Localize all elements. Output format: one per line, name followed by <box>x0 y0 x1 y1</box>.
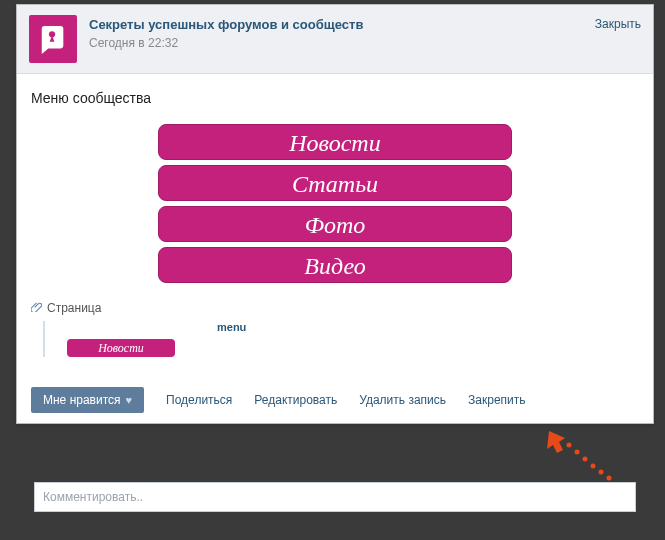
menu-item-video[interactable]: Видео <box>158 247 512 283</box>
post-actions: Мне нравится ♥ Поделиться Редактировать … <box>31 387 639 413</box>
comment-input[interactable] <box>34 482 636 512</box>
community-title[interactable]: Секреты успешных форумов и сообществ <box>89 15 595 32</box>
post-timestamp: Сегодня в 22:32 <box>89 36 595 50</box>
keyhole-icon <box>38 24 68 54</box>
share-link[interactable]: Поделиться <box>166 393 232 407</box>
svg-point-3 <box>591 464 596 469</box>
svg-point-2 <box>599 470 604 475</box>
svg-point-1 <box>607 476 612 481</box>
like-label: Мне нравится <box>43 393 121 407</box>
attachment-label: Страница <box>47 301 101 315</box>
close-button[interactable]: Закрыть <box>595 15 641 31</box>
modal-body: Меню сообщества Новости Статьи Фото Виде… <box>17 74 653 423</box>
edit-link[interactable]: Редактировать <box>254 393 337 407</box>
modal-header: Секреты успешных форумов и сообществ Сег… <box>17 5 653 74</box>
delete-link[interactable]: Удалить запись <box>359 393 446 407</box>
menu-buttons: Новости Статьи Фото Видео <box>31 124 639 283</box>
paperclip-icon <box>31 301 42 315</box>
community-avatar[interactable] <box>29 15 77 63</box>
like-button[interactable]: Мне нравится ♥ <box>31 387 144 413</box>
attachment-row: Страница <box>31 301 639 315</box>
post-modal: Секреты успешных форумов и сообществ Сег… <box>16 4 654 424</box>
comment-box <box>34 482 636 512</box>
menu-item-photo[interactable]: Фото <box>158 206 512 242</box>
preview-title: menu <box>217 321 639 333</box>
menu-item-news[interactable]: Новости <box>158 124 512 160</box>
attachment-preview[interactable]: menu Новости <box>43 321 639 357</box>
annotation-arrow-icon <box>539 426 619 486</box>
svg-point-5 <box>575 450 580 455</box>
menu-item-articles[interactable]: Статьи <box>158 165 512 201</box>
pin-link[interactable]: Закрепить <box>468 393 525 407</box>
header-texts: Секреты успешных форумов и сообществ Сег… <box>89 15 595 50</box>
heart-icon: ♥ <box>126 394 133 406</box>
svg-point-6 <box>567 443 572 448</box>
svg-point-4 <box>583 457 588 462</box>
preview-thumbnail: Новости <box>67 339 175 357</box>
menu-heading: Меню сообщества <box>31 90 639 106</box>
